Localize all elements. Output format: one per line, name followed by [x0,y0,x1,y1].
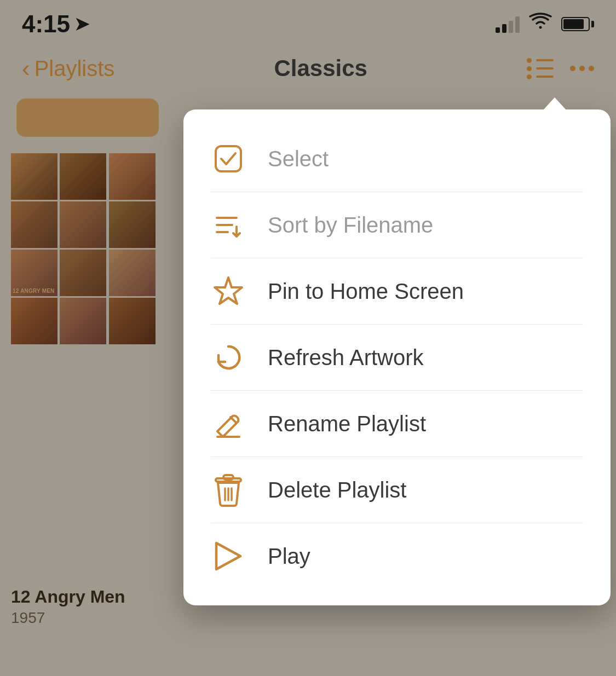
checkbox-icon [211,141,246,176]
menu-item-sort[interactable]: Sort by Filename [183,192,611,258]
sort-icon [211,207,246,242]
svg-line-7 [231,417,236,423]
refresh-icon [211,340,246,375]
menu-item-pin[interactable]: Pin to Home Screen [183,258,611,324]
trash-icon [211,472,246,507]
menu-item-play[interactable]: Play [183,523,611,589]
menu-item-rename[interactable]: Rename Playlist [183,391,611,457]
play-label: Play [268,544,310,569]
menu-item-select[interactable]: Select [183,126,611,192]
svg-rect-0 [216,146,241,171]
svg-marker-13 [216,543,240,569]
select-label: Select [268,147,329,171]
play-icon [211,539,246,574]
refresh-label: Refresh Artwork [268,345,424,370]
pencil-icon [211,406,246,441]
menu-item-refresh[interactable]: Refresh Artwork [183,325,611,390]
pin-label: Pin to Home Screen [268,279,464,304]
delete-label: Delete Playlist [268,478,406,502]
rename-label: Rename Playlist [268,412,426,436]
sort-label: Sort by Filename [268,213,433,238]
svg-marker-5 [215,278,242,304]
star-icon [211,274,246,309]
menu-item-delete[interactable]: Delete Playlist [183,457,611,523]
popup-menu: Select Sort by Filename Pin to Home Scre… [183,109,611,605]
